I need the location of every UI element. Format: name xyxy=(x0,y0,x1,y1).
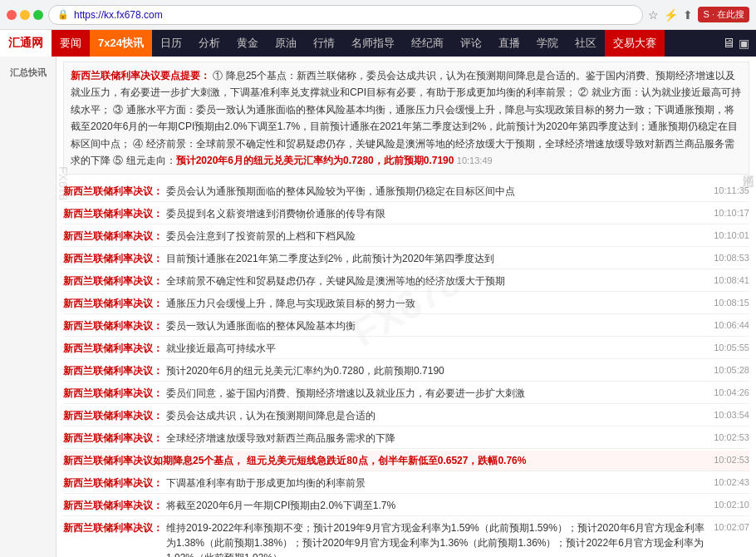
sidebar-label: 汇总快讯 xyxy=(0,63,56,82)
nav-extra-icon[interactable]: ▣ xyxy=(739,37,749,50)
nav-item-master[interactable]: 名师指导 xyxy=(343,30,403,57)
browser-bar: 🔒 https://kx.fx678.com ☆ ⚡ ⬆ S · 在此搜 xyxy=(0,0,756,30)
nav-item-market[interactable]: 行情 xyxy=(305,30,343,57)
news-title: 新西兰联储利率决议： xyxy=(63,318,163,333)
nav-item-broker[interactable]: 经纪商 xyxy=(403,30,452,57)
news-title: 新西兰联储利率决议： xyxy=(63,498,163,513)
summary-content: ① 降息25个基点：新西兰联储称，委员会达成共识，认为在预测期间降息是合适的。鉴… xyxy=(71,70,741,166)
news-title: 新西兰联储利率决议： xyxy=(63,386,163,401)
nav-item-gold[interactable]: 黄金 xyxy=(228,30,267,57)
news-item: 新西兰联储利率决议： 下调基准利率有助于形成更加均衡的利率前景 10:02:43 xyxy=(63,473,749,494)
maximize-button[interactable] xyxy=(33,10,43,20)
news-time: 10:02:53 xyxy=(714,431,749,445)
news-item: 新西兰联储利率决议： 委员一致认为通胀面临的整体风险基本均衡 10:06:44 xyxy=(63,316,749,337)
nav-item-oil[interactable]: 原油 xyxy=(267,30,305,57)
news-item: 新西兰联储利率决议： 预计2020年6月的纽元兑美元汇率约为0.7280，此前预… xyxy=(63,361,749,382)
news-item: 新西兰联储利率决议： 目前预计通胀在2021年第二季度达到2%，此前预计为202… xyxy=(63,249,749,269)
news-content: 全球前景不确定性和贸易疑虑仍存，关键风险是澳洲等地的经济放缓大于预期 xyxy=(166,274,709,288)
news-item: 新西兰联储利率决议： 通胀压力只会缓慢上升，降息与实现政策目标的努力一致 10:… xyxy=(63,293,749,314)
news-item: 新西兰联储利率决议： 委员会认为通胀预期面临的整体风险较为平衡，通胀预期仍稳定在… xyxy=(63,181,749,202)
news-time: 10:05:55 xyxy=(714,341,749,355)
news-content: 全球经济增速放缓导致对新西兰商品服务需求的下降 xyxy=(166,431,709,446)
nav-item-live[interactable]: 直播 xyxy=(490,30,528,57)
news-title: 新西兰联储利率决议： xyxy=(63,274,163,288)
news-title: 新西兰联储利率决议： xyxy=(63,431,163,446)
news-time: 10:02:43 xyxy=(714,476,749,490)
news-item-important: 新西兰联储利率决议如期降息25个基点， 纽元兑美元短线急跌近80点，创半年新低至… xyxy=(63,451,749,471)
news-title: 新西兰联储利率决议： xyxy=(63,341,163,356)
news-content: 维持2019-2022年利率预期不变；预计2019年9月官方现金利率为1.59%… xyxy=(166,520,709,557)
news-item: 新西兰联储利率决议： 委员们同意，鉴于国内消费、预期经济增速以及就业压力，有必要… xyxy=(63,383,749,404)
news-content: 委员会达成共识，认为在预测期间降息是合适的 xyxy=(166,408,709,423)
news-title: 新西兰联储利率决议如期降息25个基点， xyxy=(63,453,243,468)
bookmark-icon[interactable]: ☆ xyxy=(648,8,659,22)
news-time: 10:06:44 xyxy=(714,318,749,333)
news-item: 新西兰联储利率决议： 维持2019-2022年利率预期不变；预计2019年9月官… xyxy=(63,518,749,557)
news-content: 将截至2020年6月一年期CPI预期由2.0%下调至1.7% xyxy=(166,498,709,513)
site-logo[interactable]: 汇通网 xyxy=(0,30,52,57)
news-time: 10:08:53 xyxy=(714,251,749,265)
news-content: 委员会注意到了投资前景的上档和下档风险 xyxy=(166,229,709,244)
news-time: 10:04:26 xyxy=(714,386,749,400)
monitor-icon[interactable]: 🖥 xyxy=(722,36,735,51)
summary-time: 10:13:49 xyxy=(457,155,493,165)
share-icon[interactable]: ⬆ xyxy=(683,8,693,22)
news-item: 新西兰联储利率决议： 将截至2020年6月一年期CPI预期由2.0%下调至1.7… xyxy=(63,495,749,516)
news-time: 10:11:35 xyxy=(714,184,749,198)
navigation-bar: 汇通网 要闻 7x24快讯 日历 分析 黄金 原油 行情 名师指导 经纪商 评论… xyxy=(0,30,756,57)
news-content: 委员一致认为通胀面临的整体风险基本均衡 xyxy=(166,318,709,333)
news-title: 新西兰联储利率决议： xyxy=(63,520,163,535)
minimize-button[interactable] xyxy=(20,10,30,20)
news-title: 新西兰联储利率决议： xyxy=(63,229,163,244)
news-time: 10:08:41 xyxy=(714,274,749,288)
news-item: 新西兰联储利率决议： 委员会达成共识，认为在预测期间降息是合适的 10:03:5… xyxy=(63,406,749,426)
news-item: 新西兰联储利率决议： 全球前景不确定性和贸易疑虑仍存，关键风险是澳洲等地的经济放… xyxy=(63,271,749,292)
news-content: 目前预计通胀在2021年第二季度达到2%，此前预计为2020年第四季度达到 xyxy=(166,251,709,266)
close-button[interactable] xyxy=(7,10,17,20)
nav-item-contest[interactable]: 交易大赛 xyxy=(605,30,665,57)
nav-item-calendar[interactable]: 日历 xyxy=(152,30,190,57)
nav-item-community[interactable]: 社区 xyxy=(567,30,605,57)
window-controls xyxy=(7,10,43,20)
news-time: 10:10:17 xyxy=(714,206,749,220)
news-item: 新西兰联储利率决议： 委员提到名义薪资增速到消费物价通胀的传导有限 10:10:… xyxy=(63,204,749,224)
news-time: 10:02:53 xyxy=(714,453,749,467)
lightning-icon: ⚡ xyxy=(664,8,678,22)
news-time: 10:10:01 xyxy=(714,229,749,243)
news-title: 新西兰联储利率决议： xyxy=(63,363,163,378)
news-title: 新西兰联储利率决议： xyxy=(63,251,163,266)
news-time: 10:02:10 xyxy=(714,498,749,512)
news-title: 新西兰联储利率决议： xyxy=(63,184,163,199)
url-display: https://kx.fx678.com xyxy=(74,9,163,21)
news-title: 新西兰联储利率决议： xyxy=(63,206,163,221)
news-content: 纽元兑美元短线急跌近80点，创半年新低至0.6527，跌幅0.76% xyxy=(247,453,709,468)
news-content: 委员提到名义薪资增速到消费物价通胀的传导有限 xyxy=(166,206,709,221)
news-title: 新西兰联储利率决议： xyxy=(63,476,163,490)
news-item: 新西兰联储利率决议： 全球经济增速放缓导致对新西兰商品服务需求的下降 10:02… xyxy=(63,428,749,449)
nav-item-academy[interactable]: 学院 xyxy=(528,30,567,57)
news-time: 10:05:28 xyxy=(714,363,749,377)
news-title: 新西兰联储利率决议： xyxy=(63,408,163,423)
main-content: FX678 新西兰联储利率决议要点提要： ① 降息25个基点：新西兰联储称，委员… xyxy=(56,57,756,557)
summary-title: 新西兰联储利率决议要点提要： xyxy=(71,70,210,81)
news-list: 新西兰联储利率决议： 委员会认为通胀预期面临的整体风险较为平衡，通胀预期仍稳定在… xyxy=(63,181,749,557)
news-content: 通胀压力只会缓慢上升，降息与实现政策目标的努力一致 xyxy=(166,296,709,311)
news-item: 新西兰联储利率决议： 委员会注意到了投资前景的上档和下档风险 10:10:01 xyxy=(63,226,749,247)
nav-item-analysis[interactable]: 分析 xyxy=(190,30,228,57)
nav-item-news[interactable]: 要闻 xyxy=(52,30,90,57)
sidebar: 汇总快讯 xyxy=(0,57,56,557)
nav-item-comment[interactable]: 评论 xyxy=(452,30,490,57)
lock-icon: 🔒 xyxy=(57,9,69,20)
nav-item-7x24[interactable]: 7x24快讯 xyxy=(90,30,152,57)
nav-right-actions: 🖥 ▣ xyxy=(722,36,756,51)
content-area: 汇总快讯 FX678 新西兰联储利率决议要点提要： ① 降息25个基点：新西兰联… xyxy=(0,57,756,557)
news-content: 委员会认为通胀预期面临的整体风险较为平衡，通胀预期仍稳定在目标区间中点 xyxy=(166,184,709,199)
news-content: 委员们同意，鉴于国内消费、预期经济增速以及就业压力，有必要进一步扩大刺激 xyxy=(166,386,709,401)
browser-actions: ☆ ⚡ ⬆ S · 在此搜 xyxy=(648,7,749,22)
address-bar[interactable]: 🔒 https://kx.fx678.com xyxy=(48,5,643,25)
summary-rate: 预计2020年6月的纽元兑美元汇率约为0.7280，此前预期0.7190 xyxy=(176,155,454,166)
news-time: 10:02:07 xyxy=(714,520,749,535)
news-content: 就业接近最高可持续水平 xyxy=(166,341,709,356)
profile-button[interactable]: S · 在此搜 xyxy=(698,7,749,22)
news-time: 10:03:54 xyxy=(714,408,749,422)
